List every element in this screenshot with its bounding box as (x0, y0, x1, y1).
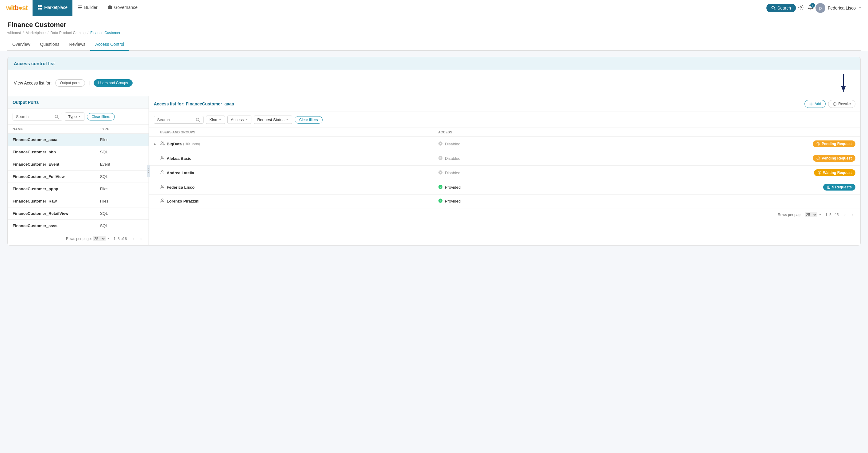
left-panel-title: Output Ports (12, 100, 39, 105)
notification-count: 6 (810, 3, 815, 8)
access-filter-btn[interactable]: Access (227, 116, 251, 124)
marketplace-icon (37, 5, 42, 10)
left-table-row[interactable]: FinanceCustomer_ssss SQL (8, 220, 149, 232)
right-panel-toolbar: Kind Access Request Status Clear filters (149, 112, 860, 128)
main-content: Access control list View Access list for… (0, 51, 868, 252)
chevron-down-icon (818, 213, 822, 216)
svg-rect-0 (38, 5, 40, 7)
waiting-request-badge[interactable]: Waiting Request (814, 169, 856, 176)
left-clear-filters-btn[interactable]: Clear filters (87, 113, 115, 120)
col-type-header: TYPE (100, 127, 144, 131)
pending-request-badge[interactable]: Pending Request (813, 140, 856, 147)
view-users-groups-btn[interactable]: Users and Groups (94, 79, 133, 87)
nav-builder[interactable]: Builder (72, 0, 102, 16)
logo[interactable]: witb●st (6, 4, 28, 12)
row-name: FinanceCustomer_Event (12, 162, 100, 167)
right-table-row[interactable]: Aleksa Basic Disabled Pending Request (149, 151, 860, 166)
right-table-row[interactable]: Andrea Latella Disabled Waiting Request (149, 166, 860, 180)
row-name: FinanceCustomer_aaaa (12, 137, 100, 142)
right-table-row[interactable]: Lorenzo Pirazzini Provided (149, 195, 860, 208)
prev-page-btn-right[interactable]: ‹ (842, 211, 847, 218)
panel-divider[interactable] (147, 165, 150, 177)
pending-request-badge[interactable]: Pending Request (813, 155, 856, 162)
access-status: Provided (445, 199, 460, 203)
user-name: Federica Lisco (828, 5, 856, 10)
breadcrumb-catalog[interactable]: Data Product Catalog (50, 31, 86, 35)
right-search-wrap[interactable] (154, 116, 204, 123)
left-search-wrap[interactable] (12, 113, 62, 120)
svg-point-9 (800, 7, 801, 8)
left-table-row[interactable]: FinanceCustomer_Event Event (8, 158, 149, 171)
row-name: FinanceCustomer_bbb (12, 150, 100, 154)
chevron-down-icon (107, 237, 110, 240)
settings-button[interactable] (796, 2, 806, 13)
right-panel-title: Access list for: FinanceCustomer_aaaa (154, 102, 234, 106)
search-button[interactable]: Search (766, 4, 796, 12)
tab-reviews[interactable]: Reviews (64, 39, 90, 51)
right-table-row[interactable]: Federica Lisco Provided 5 Requests (149, 180, 860, 195)
left-table-row[interactable]: FinanceCustomer_bbb SQL (8, 146, 149, 158)
expand-btn[interactable]: ▶ (154, 142, 160, 146)
request-status-filter-btn[interactable]: Request Status (254, 116, 292, 124)
add-button[interactable]: Add (804, 100, 826, 108)
user-count: (190 users) (183, 142, 200, 146)
row-type: SQL (100, 211, 144, 216)
chevron-down-icon (245, 118, 248, 121)
breadcrumb-marketplace[interactable]: Marketplace (26, 31, 45, 35)
notifications-button[interactable]: 6 (806, 2, 815, 13)
access-icon (438, 198, 443, 204)
left-search-input[interactable] (16, 114, 53, 119)
user-menu[interactable]: p Federica Lisco (815, 3, 862, 13)
arrow-annotation (839, 74, 848, 92)
logo-text: witb●st (6, 4, 28, 12)
rows-per-page-select-left[interactable]: 2550100 (93, 236, 105, 241)
access-cell: Provided (438, 185, 647, 190)
tab-questions[interactable]: Questions (35, 39, 64, 51)
right-clear-filters-btn[interactable]: Clear filters (294, 116, 322, 123)
access-cell: Disabled (438, 170, 647, 176)
prev-page-btn-left[interactable]: ‹ (130, 235, 136, 242)
user-label: Lorenzo Pirazzini (160, 198, 438, 204)
right-panel-footer: Rows per page: 2550100 1–5 of 5 ‹ › (149, 208, 860, 221)
rows-per-page-select-right[interactable]: 2550100 (805, 213, 817, 217)
pagination-range-right: 1–5 of 5 (825, 213, 839, 217)
builder-icon (78, 5, 82, 10)
left-table-row[interactable]: FinanceCustomer_aaaa Files (8, 134, 149, 146)
user-label: Andrea Latella (160, 170, 438, 176)
right-search-input[interactable] (157, 117, 194, 122)
next-page-btn-left[interactable]: › (138, 235, 144, 242)
next-page-btn-right[interactable]: › (850, 211, 856, 218)
requests-badge[interactable]: 5 Requests (823, 184, 856, 191)
view-output-ports-btn[interactable]: Output ports (55, 79, 85, 87)
breadcrumb-witboost[interactable]: witboost (7, 31, 21, 35)
left-table-row[interactable]: FinanceCustomer_RetailView SQL (8, 207, 149, 220)
user-label: Federica Lisco (160, 185, 438, 190)
row-name: FinanceCustomer_Raw (12, 199, 100, 203)
svg-rect-4 (78, 5, 82, 6)
tab-overview[interactable]: Overview (7, 39, 35, 51)
nav-marketplace[interactable]: Marketplace (33, 0, 72, 16)
rows-per-page-left[interactable]: Rows per page: 2550100 (66, 236, 110, 241)
right-table-row[interactable]: ▶ BigData(190 users) Disabled Pending Re… (149, 137, 860, 151)
pagination-left: ‹ › (130, 235, 144, 242)
user-label: BigData(190 users) (160, 141, 438, 147)
left-table-row[interactable]: FinanceCustomer_pppp Files (8, 183, 149, 195)
nav-governance[interactable]: Governance (102, 0, 143, 16)
tab-access-control[interactable]: Access Control (90, 39, 129, 51)
row-name: FinanceCustomer_ssss (12, 223, 100, 228)
revoke-button[interactable]: Revoke (828, 100, 856, 108)
user-icon (160, 198, 165, 204)
rows-per-page-right[interactable]: Rows per page: 2550100 (778, 213, 822, 217)
col-access-header: ACCESS (438, 130, 647, 134)
left-table-row[interactable]: FinanceCustomer_FullView SQL (8, 171, 149, 183)
plus-icon (809, 102, 813, 106)
col-users-header: USERS AND GROUPS (160, 130, 438, 134)
svg-rect-2 (38, 8, 40, 9)
access-status: Disabled (445, 171, 460, 175)
type-filter-btn[interactable]: Type (65, 112, 84, 121)
row-type: Files (100, 199, 144, 203)
kind-filter-btn[interactable]: Kind (206, 116, 225, 124)
left-table-row[interactable]: FinanceCustomer_Raw Files (8, 195, 149, 207)
user-name: Federica Lisco (167, 185, 195, 190)
tabs: Overview Questions Reviews Access Contro… (7, 39, 861, 51)
